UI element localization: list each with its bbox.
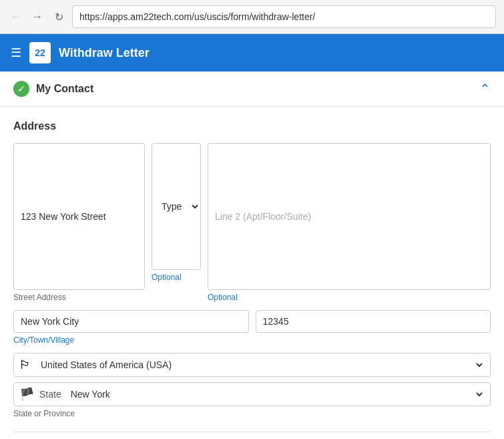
section-header-left: ✓ My Contact: [13, 81, 93, 97]
url-bar[interactable]: [72, 5, 496, 28]
country-select[interactable]: United States of America (USA) Canada Un…: [37, 355, 485, 375]
reload-button[interactable]: ↻: [51, 9, 67, 25]
section-divider: [13, 432, 491, 432]
section-header: ✓ My Contact ⌃: [0, 71, 504, 107]
browser-chrome: ← → ↻: [0, 0, 504, 34]
type-select[interactable]: Type Apt Floor Suite: [152, 143, 201, 270]
state-select[interactable]: New York California Texas Florida Illino…: [67, 384, 485, 404]
state-label-text: State: [39, 389, 61, 400]
state-select-wrapper: 🏴 State New York California Texas Florid…: [13, 382, 491, 406]
check-circle-icon: ✓: [13, 81, 29, 97]
main-content: ✓ My Contact ⌃ Address Street Address Ty…: [0, 71, 504, 439]
country-select-wrapper: 🏳 United States of America (USA) Canada …: [13, 353, 491, 377]
city-zip-row: City/Town/Village: [13, 310, 491, 345]
forward-button[interactable]: →: [29, 9, 45, 25]
collapse-button[interactable]: ⌃: [479, 81, 491, 97]
app-logo: 22: [29, 42, 51, 63]
city-label: City/Town/Village: [13, 335, 249, 345]
street-field: Street Address: [13, 143, 145, 302]
menu-button[interactable]: ☰: [11, 45, 21, 60]
state-province-label: State or Province: [13, 409, 491, 418]
zip-input[interactable]: [256, 310, 491, 333]
city-field: City/Town/Village: [13, 310, 249, 345]
address-group-title: Address: [13, 120, 491, 132]
zip-field: [256, 310, 491, 345]
country-flag-icon: 🏳: [19, 358, 31, 372]
line2-optional-label: Optional: [208, 293, 491, 302]
back-button[interactable]: ←: [8, 9, 24, 25]
section-title: My Contact: [36, 83, 93, 95]
type-field: Type Apt Floor Suite Optional: [152, 143, 201, 302]
state-row: 🏴 State New York California Texas Florid…: [13, 382, 491, 418]
line2-input[interactable]: [208, 143, 491, 290]
app-title: Withdraw Letter: [59, 46, 150, 60]
form-area: Address Street Address Type Apt Floor Su…: [0, 107, 504, 439]
city-input[interactable]: [13, 310, 249, 333]
street-label: Street Address: [13, 293, 145, 302]
app-header: ☰ 22 Withdraw Letter: [0, 34, 504, 71]
state-flag-icon: 🏴: [19, 387, 34, 402]
street-row: Street Address Type Apt Floor Suite Opti…: [13, 143, 491, 302]
street-input[interactable]: [13, 143, 145, 290]
country-row: 🏳 United States of America (USA) Canada …: [13, 353, 491, 377]
type-optional-label: Optional: [152, 273, 201, 282]
line2-field: Optional: [208, 143, 491, 302]
